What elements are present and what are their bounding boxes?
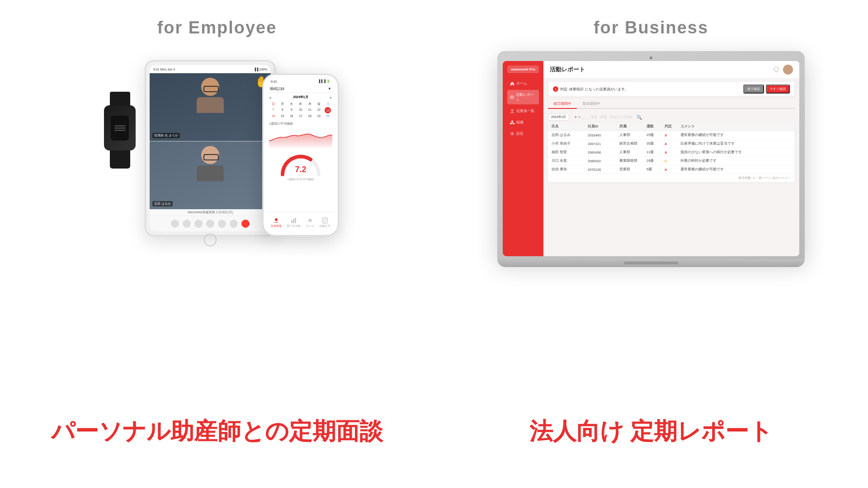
alert-bar: ! 判定: 休業指示 になった従業員がいます。 後で確認 今すぐ確認 [548,81,795,97]
filter-icon[interactable]: ▼ ≡ ... [574,115,585,119]
user-avatar[interactable] [783,65,793,75]
meeting-label: MamoWell保健業務 1月15日(月) [150,209,271,216]
sidebar-item-home[interactable]: ホーム [507,79,539,88]
phone-nav-record-label: 記録入力 [320,225,330,228]
devices-container: 9:41 Mon Jun 4 ▐▐ 100% ✋ 指導師 光 まりか [81,56,353,272]
table-header: 氏名 社員ID 所属 週数 判定 コメント [548,122,795,131]
tab-maternity[interactable]: 育休期間中 [577,99,606,108]
now-button[interactable]: 今すぐ確認 [766,84,790,94]
row1-comment: 通常業務の継続が可能です [680,133,791,137]
cal-week1: 78910111213 [269,107,332,113]
ctrl-more [218,220,226,228]
gauge-sublabel: 1週間の平均 平均睡眠 [269,178,332,182]
tablet-signal: ▐▐ 100% [254,68,267,71]
row1-rating: A [665,133,680,137]
row3-id: 2060496 [588,150,619,155]
row3-name: 福田 智里 [552,150,588,155]
alert-buttons: 後で確認 今すぐ確認 [743,84,790,94]
sidebar-item-employees[interactable]: 従業員一覧 [507,106,539,116]
cal-month: 2024年1月 [293,95,308,99]
table-row: 川口 未英 2080032 事業開発部 29週 C 外業の時対が必要です [548,157,795,165]
row5-id: 2076128 [588,168,619,172]
sidebar-item-org[interactable]: 組織 [507,117,539,127]
row3-weeks: 11週 [646,150,665,155]
svg-rect-4 [295,218,296,223]
right-section: for Business mamowell Pro [434,0,868,488]
person-top-shape [194,78,226,114]
row4-comment: 外業の時対が必要です [680,159,791,163]
tablet-video-bottom: 志田 はるみ [150,141,271,209]
pagination: 表示件数: 1 ←前ページ 次のページ→ [548,174,795,182]
table-row: 福田 智里 2060496 人事部 11週 A 負担の少ない変換への移行が必要で… [548,148,795,157]
cal-week2: 14151617181920 [269,113,332,118]
row5-weeks: 6週 [646,167,665,172]
row4-id: 2080032 [588,159,619,163]
phone-nav-record[interactable]: 記録入力 [320,217,330,228]
search-icon[interactable]: 🔍 [637,115,642,120]
sidebar-settings-label: 設定 [516,131,524,136]
sidebar-item-report[interactable]: 活動レポート [507,90,539,104]
fitbit-strap-bottom [110,150,130,169]
cal-next[interactable]: ▶ [330,96,332,99]
svg-rect-9 [510,96,514,99]
sidebar-report-label: 活動レポート [516,92,536,102]
phone-time: 9:41 [271,80,277,83]
row3-rating: A [665,150,680,155]
sidebar-employees-label: 従業員一覧 [516,108,534,113]
phone-nav-analysis[interactable]: 私てき分析 [287,217,301,228]
smartphone-device: 9:41 ▐▐ ▐ 🔋 睡眠記録 ▼ ◀ 2024年1月 ▶ [262,74,339,236]
gauge-chart: 7.2 [269,148,332,178]
phone-header-label: 睡眠記録 [270,86,284,91]
filter-row: 2024年1月 ▼ ≡ ... 名前、部署、判定などで検索 🔍 [543,112,799,122]
svg-rect-2 [291,220,292,223]
fitbit-strap-top [110,92,130,105]
svg-point-12 [511,109,513,111]
phone-signal: ▐▐ ▐ 🔋 [318,80,330,83]
ctrl-share [194,220,203,228]
fitbit-line [114,130,126,131]
row2-rating: A [665,142,680,146]
row5-rating: A [665,168,680,172]
phone-calendar: ◀ 2024年1月 ▶ 日 月 火 水 木 金 土 [266,93,335,120]
svg-point-19 [774,67,778,71]
row3-comment: 負担の少ない変換への移行が必要です [680,150,791,155]
svg-rect-3 [293,219,294,223]
svg-rect-13 [511,121,513,122]
tablet-home-button[interactable] [204,234,217,246]
cal-prev[interactable]: ◀ [269,96,271,99]
row1-dept: 人事部 [619,133,646,137]
phone-nav-bio[interactable]: 生体情報 [271,217,282,228]
alert-message: ! 判定: 休業指示 になった従業員がいます。 [553,86,628,92]
laptop-container: mamowell Pro ホーム 活動レポート [497,51,805,259]
chart-label: 1週間の平均睡眠 [269,122,332,126]
later-button[interactable]: 後で確認 [743,84,764,94]
phone-nav: 生体情報 私てき分析 ホール 記録入力 [266,212,335,232]
row4-weeks: 29週 [646,159,665,163]
row2-dept: 経営企画部 [619,141,646,146]
phone-screen: 9:41 ▐▐ ▐ 🔋 睡眠記録 ▼ ◀ 2024年1月 ▶ [266,78,335,232]
app-main-content: 活動レポート ! 判定: 休業指示 になった従業員がいます [543,61,799,256]
notification-icon[interactable] [772,66,780,74]
left-section: for Employee 9:41 Mon Jun 4 [0,0,434,488]
phone-nav-hall-label: ホール [306,225,314,228]
person-head-2 [201,146,219,164]
ctrl-end[interactable] [241,220,250,228]
logo-text: mamowell Pro [511,67,535,71]
content-tabs: 就労期間中 育休期間中 [548,99,795,109]
row3-dept: 人事部 [619,150,646,155]
tablet-screen: 9:41 Mon Jun 4 ▐▐ 100% ✋ 指導師 光 まりか [150,65,271,231]
phone-header-arrow: ▼ [328,87,331,91]
laptop-camera [650,56,652,59]
ctrl-video [183,220,191,228]
phone-nav-hall[interactable]: ホール [306,217,314,228]
sidebar-item-settings[interactable]: 設定 [507,129,539,138]
row4-dept: 事業開発部 [619,159,646,163]
row2-name: 小市 幸由子 [552,141,588,146]
row2-comment: 出産準備に向けて休業は妥当です [680,141,791,146]
date-select[interactable]: 2024年1月 [548,113,569,121]
tab-working[interactable]: 就労期間中 [548,99,577,109]
sidebar-home-label: ホーム [516,81,527,86]
tablet-video-top: ✋ 指導師 光 まりか [150,73,271,141]
phone-status-bar: 9:41 ▐▐ ▐ 🔋 [266,78,335,85]
row1-id: 2033445 [588,133,619,137]
